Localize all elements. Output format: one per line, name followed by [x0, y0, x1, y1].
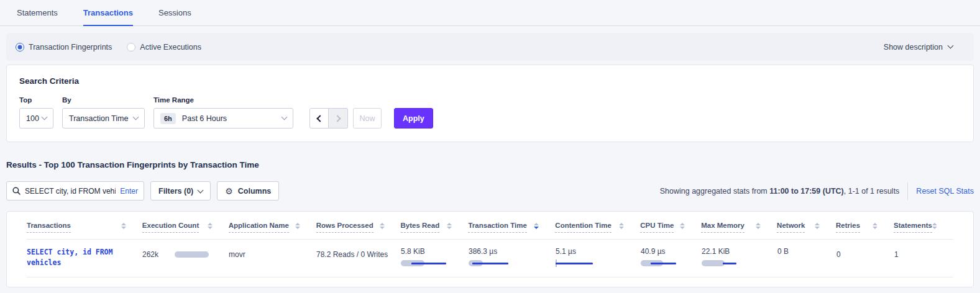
sort-icon[interactable]: [121, 223, 126, 229]
column-header-contention-time: Contention Time: [555, 219, 640, 239]
column-header-max-memory: Max Memory: [701, 219, 777, 239]
time-range-value: Past 6 Hours: [182, 114, 227, 123]
cpu-time-cell: 40.9 µs: [641, 247, 702, 268]
column-header-rows-processed: Rows Processed: [316, 219, 401, 239]
statement-search-box[interactable]: Enter: [6, 181, 144, 201]
column-header-application-name: Application Name: [229, 219, 316, 239]
radio-label: Active Executions: [140, 43, 201, 52]
search-input[interactable]: [25, 187, 116, 196]
column-header-statements: Statements: [894, 219, 953, 239]
network-cell: 0 B: [777, 247, 836, 268]
time-range-label: Time Range: [153, 96, 293, 104]
view-mode-band: Transaction Fingerprints Active Executio…: [6, 33, 974, 61]
top-select[interactable]: 100: [19, 108, 53, 128]
sort-icon[interactable]: [872, 223, 877, 229]
sort-icon[interactable]: [534, 223, 539, 229]
execution-count-cell: 262k: [142, 247, 229, 268]
statements-cell: 1: [894, 247, 953, 268]
column-header-execution-count: Execution Count: [142, 219, 229, 239]
rows-processed-cell: 78.2 Reads / 0 Writes: [316, 247, 401, 268]
previous-window-button[interactable]: [309, 108, 329, 128]
column-header-retries: Retries: [836, 219, 894, 239]
sort-icon[interactable]: [295, 223, 300, 229]
transaction-time-bar: [469, 259, 548, 267]
top-select-value: 100: [26, 114, 39, 123]
column-header-network: Network: [777, 219, 836, 239]
radio-unselected-icon[interactable]: [127, 43, 135, 52]
radio-selected-icon[interactable]: [16, 43, 24, 52]
aggregated-stats-text: Showing aggregated stats from 11:00 to 1…: [660, 187, 900, 196]
contention-time-cell: 5.1 µs: [556, 247, 641, 268]
contention-time-bar: [556, 259, 633, 267]
top-label: Top: [19, 96, 53, 104]
chevron-down-icon: [198, 187, 204, 194]
columns-label: Columns: [238, 187, 271, 196]
by-label: By: [62, 96, 145, 104]
column-header-cpu-time: CPU Time: [640, 219, 701, 239]
application-name-cell: movr: [229, 247, 316, 268]
time-window-nav: [309, 108, 348, 128]
max-memory-cell: 22.1 KiB: [702, 247, 777, 268]
chevron-left-icon: [316, 115, 323, 122]
table-row: SELECT city, id FROM vehicles 262k movr …: [27, 239, 953, 277]
max-memory-bar: [702, 259, 770, 267]
sort-icon[interactable]: [815, 223, 820, 229]
sort-icon[interactable]: [619, 223, 624, 229]
column-header-transactions: Transactions: [27, 219, 142, 239]
bytes-read-bar: [401, 259, 461, 267]
vertical-divider: [907, 183, 908, 200]
sort-icon[interactable]: [756, 223, 761, 229]
tab-bar: Statements Transactions Sessions: [0, 0, 980, 26]
search-criteria-title: Search Criteria: [19, 76, 961, 86]
reset-sql-stats-link[interactable]: Reset SQL Stats: [916, 187, 974, 196]
tab-transactions[interactable]: Transactions: [83, 0, 133, 26]
transaction-fingerprint-link[interactable]: SELECT city, id FROM vehicles: [27, 247, 135, 268]
radio-label: Transaction Fingerprints: [29, 43, 112, 52]
time-range-select[interactable]: 6h Past 6 Hours: [153, 108, 293, 128]
sort-icon[interactable]: [447, 223, 452, 229]
radio-active-executions[interactable]: Active Executions: [127, 43, 201, 52]
show-description-toggle[interactable]: Show description: [884, 43, 953, 52]
sort-icon[interactable]: [380, 223, 385, 229]
column-header-transaction-time: Transaction Time: [468, 219, 555, 239]
filters-label: Filters (0): [158, 187, 193, 196]
filters-button[interactable]: Filters (0): [150, 181, 211, 201]
sort-icon[interactable]: [680, 223, 685, 229]
chevron-down-icon: [282, 114, 288, 120]
bytes-read-cell: 5.8 KiB: [401, 247, 469, 268]
time-range-badge: 6h: [160, 113, 176, 124]
show-description-label: Show description: [884, 43, 943, 52]
results-heading: Results - Top 100 Transaction Fingerprin…: [6, 160, 974, 169]
tab-statements[interactable]: Statements: [17, 0, 58, 26]
cpu-time-bar: [641, 259, 694, 267]
columns-button[interactable]: ⚙ Columns: [217, 181, 279, 201]
chevron-down-icon: [948, 43, 954, 49]
execution-count-bar: [175, 251, 209, 258]
column-header-bytes-read: Bytes Read: [401, 219, 469, 239]
transaction-time-cell: 386.3 µs: [469, 247, 556, 268]
table-header-row: Transactions Execution Count Application…: [27, 219, 953, 239]
results-controls: Enter Filters (0) ⚙ Columns Showing aggr…: [6, 181, 974, 201]
radio-transaction-fingerprints[interactable]: Transaction Fingerprints: [16, 43, 112, 52]
tab-sessions[interactable]: Sessions: [158, 0, 191, 26]
gear-icon: ⚙: [225, 187, 233, 196]
by-select-value: Transaction Time: [69, 114, 128, 123]
transaction-fingerprint-cell: SELECT city, id FROM vehicles: [27, 247, 142, 268]
retries-cell: 0: [836, 247, 894, 268]
chevron-down-icon: [42, 114, 48, 120]
search-enter-button[interactable]: Enter: [120, 187, 138, 196]
by-select[interactable]: Transaction Time: [62, 108, 145, 128]
next-window-button[interactable]: [329, 108, 348, 128]
sort-icon[interactable]: [932, 223, 937, 229]
search-criteria-card: Search Criteria Top 100 By Transaction T…: [6, 65, 974, 142]
now-button[interactable]: Now: [353, 108, 382, 128]
chevron-right-icon: [334, 115, 341, 122]
apply-button[interactable]: Apply: [394, 108, 433, 128]
sort-icon[interactable]: [208, 223, 213, 229]
chevron-down-icon: [133, 114, 139, 120]
results-table-card: Transactions Execution Count Application…: [6, 211, 974, 287]
search-icon: [12, 187, 21, 195]
